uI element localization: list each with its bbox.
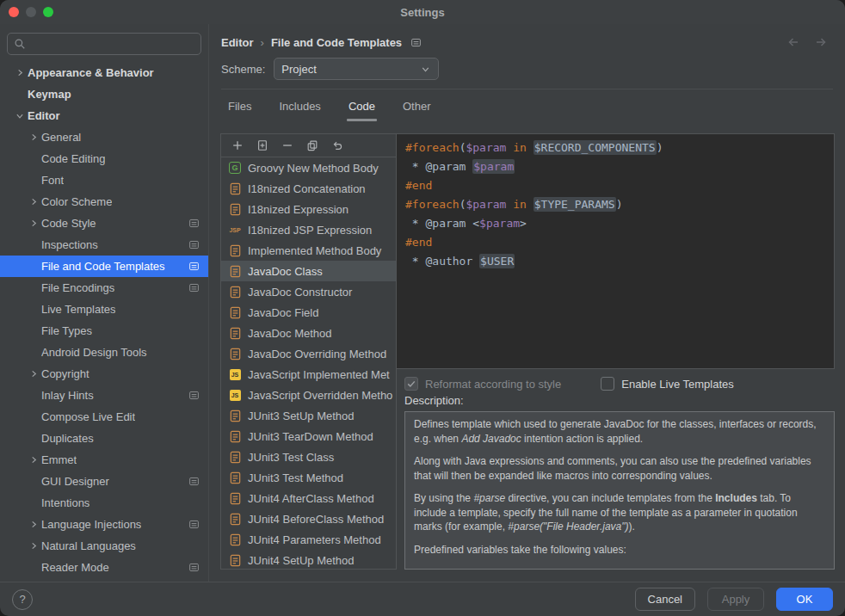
chevron-down-icon[interactable] [16, 108, 24, 124]
template-list-item-junit3-teardown-method[interactable]: JUnit3 TearDown Method [221, 426, 396, 447]
template-name: JUnit4 BeforeClass Method [248, 513, 384, 526]
sidebar-item-font[interactable]: Font [0, 169, 208, 191]
close-window-button[interactable] [9, 7, 19, 17]
settings-sidebar: Appearance & BehaviorKeymapEditorGeneral… [0, 24, 209, 582]
chevron-right-icon[interactable] [26, 542, 41, 550]
sidebar-item-color-scheme[interactable]: Color Scheme [0, 191, 208, 213]
minimize-window-button[interactable] [26, 7, 36, 17]
template-file-icon [228, 513, 242, 526]
template-list-item-groovy-new-method-body[interactable]: GGroovy New Method Body [221, 157, 396, 178]
sidebar-item-reader-mode[interactable]: Reader Mode [0, 557, 208, 578]
template-editor[interactable]: #foreach($param in $RECORD_COMPONENTS) *… [396, 133, 835, 369]
template-name: JavaDoc Method [248, 327, 332, 340]
template-list-item-javadoc-method[interactable]: JavaDoc Method [221, 323, 396, 343]
breadcrumb-editor[interactable]: Editor [221, 36, 254, 49]
template-file-icon [228, 451, 242, 464]
template-list-item-junit4-setup-method[interactable]: JUnit4 SetUp Method [221, 550, 396, 569]
tab-includes[interactable]: Includes [277, 89, 322, 122]
copy-template-icon[interactable] [305, 139, 319, 152]
template-list-item-i18nized-concatenation[interactable]: I18nized Concatenation [221, 178, 396, 199]
template-list-item-i18nized-expression[interactable]: I18nized Expression [221, 199, 396, 219]
help-button[interactable]: ? [12, 589, 33, 610]
javascript-file-icon: JS [228, 369, 242, 380]
sidebar-item-live-templates[interactable]: Live Templates [0, 299, 208, 320]
tab-files[interactable]: Files [226, 89, 253, 122]
sidebar-item-copyright[interactable]: Copyright [0, 363, 208, 385]
template-file-icon [228, 533, 242, 546]
template-name: JUnit4 SetUp Method [248, 554, 355, 567]
sidebar-item-general[interactable]: General [0, 126, 208, 148]
sidebar-item-duplicates[interactable]: Duplicates [0, 428, 208, 449]
sidebar-item-label: Keymap [28, 88, 71, 101]
sidebar-item-editor[interactable]: Editor [0, 105, 208, 126]
sidebar-item-file-encodings[interactable]: File Encodings [0, 277, 208, 299]
template-list-item-javadoc-constructor[interactable]: JavaDoc Constructor [221, 281, 396, 302]
remove-template-icon[interactable] [281, 139, 294, 152]
sidebar-item-compose-live-edit[interactable]: Compose Live Edit [0, 406, 208, 428]
sidebar-item-file-types[interactable]: File Types [0, 320, 208, 342]
chevron-right-icon[interactable] [26, 198, 41, 206]
chevron-right-icon[interactable] [26, 456, 41, 464]
sidebar-item-appearance-behavior[interactable]: Appearance & Behavior [0, 62, 208, 83]
chevron-right-icon[interactable] [26, 219, 41, 227]
template-name: JavaScript Overridden Metho [248, 389, 392, 402]
chevron-right-icon[interactable] [26, 370, 41, 378]
cancel-button[interactable]: Cancel [635, 588, 695, 611]
code-line: #end [405, 233, 825, 252]
ok-button[interactable]: OK [776, 588, 833, 611]
template-list-item-javadoc-field[interactable]: JavaDoc Field [221, 302, 396, 323]
tab-other[interactable]: Other [401, 89, 433, 122]
chevron-right-icon[interactable] [26, 521, 41, 528]
checkbox-checked-icon [404, 377, 418, 391]
chevron-right-icon[interactable] [26, 133, 41, 141]
template-list-item-implemented-method-body[interactable]: Implemented Method Body [221, 240, 396, 261]
sidebar-item-android-design-tools[interactable]: Android Design Tools [0, 342, 208, 363]
sidebar-item-intentions[interactable]: Intentions [0, 492, 208, 514]
settings-search-box[interactable] [7, 33, 201, 55]
sidebar-item-natural-languages[interactable]: Natural Languages [0, 535, 208, 557]
sidebar-item-keymap[interactable]: Keymap [0, 83, 208, 105]
reformat-checkbox[interactable]: Reformat according to style [404, 377, 561, 391]
sidebar-item-label: Inlay Hints [41, 389, 94, 402]
template-list-item-junit3-setup-method[interactable]: JUnit3 SetUp Method [221, 405, 396, 426]
sidebar-item-inspections[interactable]: Inspections [0, 234, 208, 256]
template-list-item-javadoc-class[interactable]: JavaDoc Class [221, 261, 396, 281]
create-child-template-icon[interactable] [256, 139, 269, 152]
settings-search-input[interactable] [30, 37, 194, 52]
back-button[interactable] [786, 35, 800, 49]
sidebar-item-gui-designer[interactable]: GUI Designer [0, 471, 208, 492]
template-list-item-junit4-beforeclass-method[interactable]: JUnit4 BeforeClass Method [221, 508, 396, 529]
sidebar-item-code-style[interactable]: Code Style [0, 213, 208, 234]
sidebar-item-inlay-hints[interactable]: Inlay Hints [0, 385, 208, 406]
scheme-select[interactable]: Project [274, 58, 439, 80]
sidebar-item-label: Emmet [41, 453, 77, 466]
tab-code[interactable]: Code [347, 89, 377, 122]
template-file-icon [228, 306, 242, 319]
per-project-settings-icon [188, 390, 200, 401]
sidebar-item-language-injections[interactable]: Language Injections [0, 514, 208, 535]
template-name: I18nized Expression [248, 203, 348, 216]
template-name: I18nized JSP Expression [248, 224, 372, 237]
template-list-item-i18nized-jsp-expression[interactable]: JSPI18nized JSP Expression [221, 219, 396, 240]
template-list-item-junit4-afterclass-method[interactable]: JUnit4 AfterClass Method [221, 488, 396, 508]
chevron-right-icon[interactable] [12, 69, 28, 77]
sidebar-item-label: Reader Mode [41, 561, 109, 574]
sidebar-item-label: File Encodings [41, 281, 114, 294]
sidebar-item-file-and-code-templates[interactable]: File and Code Templates [0, 256, 208, 277]
sidebar-item-emmet[interactable]: Emmet [0, 449, 208, 471]
template-list-item-javascript-implemented-met[interactable]: JSJavaScript Implemented Met [221, 364, 396, 385]
apply-button[interactable]: Apply [707, 588, 764, 611]
enable-live-templates-checkbox[interactable]: Enable Live Templates [601, 377, 734, 391]
add-template-icon[interactable] [231, 139, 244, 152]
template-list-item-junit4-parameters-method[interactable]: JUnit4 Parameters Method [221, 529, 396, 550]
sidebar-item-code-editing[interactable]: Code Editing [0, 148, 208, 169]
template-list-item-javadoc-overriding-method[interactable]: JavaDoc Overriding Method [221, 343, 396, 364]
forward-button[interactable] [814, 35, 828, 49]
footer-buttons: Cancel Apply OK [635, 588, 833, 611]
per-project-settings-icon [188, 218, 200, 229]
template-list-item-javascript-overridden-metho[interactable]: JSJavaScript Overridden Metho [221, 385, 396, 405]
reset-to-default-icon[interactable] [330, 139, 344, 152]
zoom-window-button[interactable] [43, 7, 53, 17]
template-list-item-junit3-test-method[interactable]: JUnit3 Test Method [221, 467, 396, 488]
template-list-item-junit3-test-class[interactable]: JUnit3 Test Class [221, 447, 396, 467]
